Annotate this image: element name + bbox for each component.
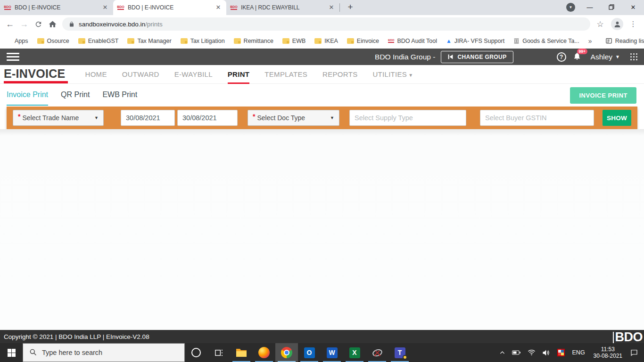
bookmark-tax-litigation[interactable]: Tax Litigation — [181, 38, 225, 44]
windows-logo-icon — [8, 349, 16, 357]
folder-icon — [234, 38, 241, 44]
nav-templates[interactable]: TEMPLATES — [264, 65, 307, 84]
taskbar-outlook[interactable]: O — [298, 343, 321, 362]
bookmark-label: Osource — [47, 38, 69, 44]
bookmark-label: Goods & Service Ta... — [522, 38, 579, 44]
browser-toolbar: ← → sandboxeinvoice.bdo.in/prints ☆ ⋮ — [0, 15, 644, 33]
taskbar-chrome[interactable] — [275, 343, 298, 362]
tray-app-icon[interactable] — [554, 343, 568, 362]
bookmark-ewb[interactable]: EWB — [282, 38, 305, 44]
nav-e-waybill[interactable]: E-WAYBILL — [174, 65, 213, 84]
bookmark-tax-manager[interactable]: Tax Manager — [127, 38, 171, 44]
bookmark-label: BDO Audit Tool — [397, 38, 437, 44]
action-center-icon[interactable] — [627, 343, 644, 362]
notifications-button[interactable]: 99+ — [573, 52, 581, 62]
nav-reports[interactable]: REPORTS — [322, 65, 357, 84]
change-group-button[interactable]: CHANGE GROUP — [441, 51, 513, 63]
wifi-icon[interactable] — [524, 343, 539, 362]
nav-print[interactable]: PRINT — [228, 65, 250, 84]
chevron-down-icon: ▼ — [408, 73, 413, 78]
forward-icon[interactable]: → — [17, 17, 31, 31]
apps-launcher-icon[interactable] — [630, 53, 637, 60]
taskbar-firefox[interactable] — [253, 343, 275, 362]
bookmark-label: Apps — [15, 38, 28, 44]
nav-outward[interactable]: OUTWARD — [122, 65, 159, 84]
taskbar-file-explorer[interactable] — [230, 343, 253, 362]
window-controls: — ✕ — [579, 0, 644, 14]
user-name[interactable]: Ashley — [591, 53, 613, 61]
invoice-print-button[interactable]: INVOICE PRINT — [570, 87, 636, 104]
browser-tab-1[interactable]: BDO BDO | E-INVOICE ✕ — [0, 0, 113, 15]
hamburger-menu-icon[interactable] — [7, 53, 19, 61]
folder-icon — [37, 38, 44, 44]
bookmark-enablegst[interactable]: EnableGST — [78, 38, 119, 44]
tab-qr-print[interactable]: QR Print — [61, 84, 90, 106]
bookmark-apps[interactable]: Apps — [6, 38, 28, 44]
tab-ewb-print[interactable]: EWB Print — [102, 84, 137, 106]
bookmarks-overflow-icon[interactable]: » — [588, 37, 592, 45]
taskbar-clock[interactable]: 11:53 30-08-2021 — [589, 346, 627, 359]
bookmark-einvoice[interactable]: Einvoice — [347, 38, 379, 44]
taskbar-word[interactable]: W — [321, 343, 343, 362]
change-group-label: CHANGE GROUP — [457, 54, 506, 60]
reload-icon[interactable] — [31, 17, 45, 31]
chevron-down-icon: ▼ — [94, 115, 99, 120]
minimize-button[interactable]: — — [579, 0, 601, 14]
doc-type-dropdown[interactable]: * Select Doc Type ▼ — [248, 110, 339, 126]
language-indicator[interactable]: ENG — [568, 349, 589, 356]
restore-button[interactable] — [601, 0, 622, 14]
bookmark-bdo-audit-tool[interactable]: BDO BDO Audit Tool — [388, 38, 437, 44]
tray-chevron-up-icon[interactable] — [496, 343, 509, 362]
profile-avatar[interactable] — [611, 18, 623, 30]
buyer-gstin-input[interactable] — [480, 110, 594, 126]
folder-icon — [282, 38, 289, 44]
app-logo[interactable]: E-INVOICE — [4, 67, 66, 81]
search-icon — [29, 348, 37, 357]
reading-list-button[interactable]: Reading list — [605, 37, 644, 44]
bookmark-star-icon[interactable]: ☆ — [593, 17, 607, 31]
close-window-button[interactable]: ✕ — [622, 0, 644, 14]
bookmark-ikea[interactable]: IKEA — [314, 38, 338, 44]
media-controls-icon[interactable]: ▼ — [566, 3, 575, 12]
trade-name-dropdown[interactable]: * Select Trade Name ▼ — [13, 110, 104, 126]
new-tab-button[interactable]: + — [344, 1, 357, 14]
battery-icon[interactable] — [509, 343, 524, 362]
browser-tab-2-active[interactable]: BDO BDO | E-INVOICE ✕ — [113, 0, 226, 15]
date-from-input[interactable] — [121, 110, 175, 126]
bdo-favicon-icon: BDO — [230, 4, 238, 11]
cortana-button[interactable] — [185, 343, 207, 362]
tab-invoice-print[interactable]: Invoice Print — [7, 84, 48, 106]
app-header-right: BDO India Group - CHANGE GROUP ? 99+ Ash… — [375, 51, 637, 63]
start-button[interactable] — [0, 343, 23, 362]
reading-list-icon — [605, 37, 612, 44]
browser-menu-icon[interactable]: ⋮ — [627, 18, 639, 30]
taskbar-excel[interactable]: X — [343, 343, 366, 362]
url-host: sandboxeinvoice.bdo.in — [79, 21, 145, 28]
task-view-button[interactable] — [207, 343, 230, 362]
volume-icon[interactable] — [539, 343, 554, 362]
home-icon[interactable] — [45, 17, 59, 31]
nav-utilities[interactable]: UTILITIES▼ — [372, 65, 413, 84]
bookmark-goods-service-tax[interactable]: Goods & Service Ta... — [513, 38, 579, 44]
tab-close-icon[interactable]: ✕ — [327, 3, 336, 12]
help-icon[interactable]: ? — [557, 52, 566, 62]
bookmark-remittance[interactable]: Remittance — [234, 38, 273, 44]
supply-type-input[interactable] — [349, 110, 466, 126]
date-to-input[interactable] — [177, 110, 238, 126]
taskbar-snipping-tool[interactable] — [366, 343, 388, 362]
address-bar[interactable]: sandboxeinvoice.bdo.in/prints — [62, 17, 590, 31]
bookmark-jira-vfs-support[interactable]: ▲ JIRA- VFS Support — [446, 38, 504, 44]
bookmark-osource[interactable]: Osource — [37, 38, 69, 44]
tab-close-icon[interactable]: ✕ — [214, 3, 223, 12]
show-button[interactable]: SHOW — [603, 110, 631, 126]
taskbar-teams[interactable]: T — [388, 343, 411, 362]
nav-home[interactable]: HOME — [85, 65, 107, 84]
user-caret-icon[interactable]: ▼ — [615, 54, 620, 59]
system-tray: ENG 11:53 30-08-2021 — [496, 343, 644, 362]
tab-title: BDO | E-INVOICE — [128, 4, 214, 11]
tab-close-icon[interactable]: ✕ — [101, 3, 109, 12]
taskbar-search[interactable]: Type here to search — [23, 343, 185, 362]
browser-tab-3[interactable]: BDO IKEA | RDC EWAYBILL ✕ — [226, 0, 339, 15]
time-text: 11:53 — [594, 346, 622, 353]
back-icon[interactable]: ← — [3, 17, 17, 31]
